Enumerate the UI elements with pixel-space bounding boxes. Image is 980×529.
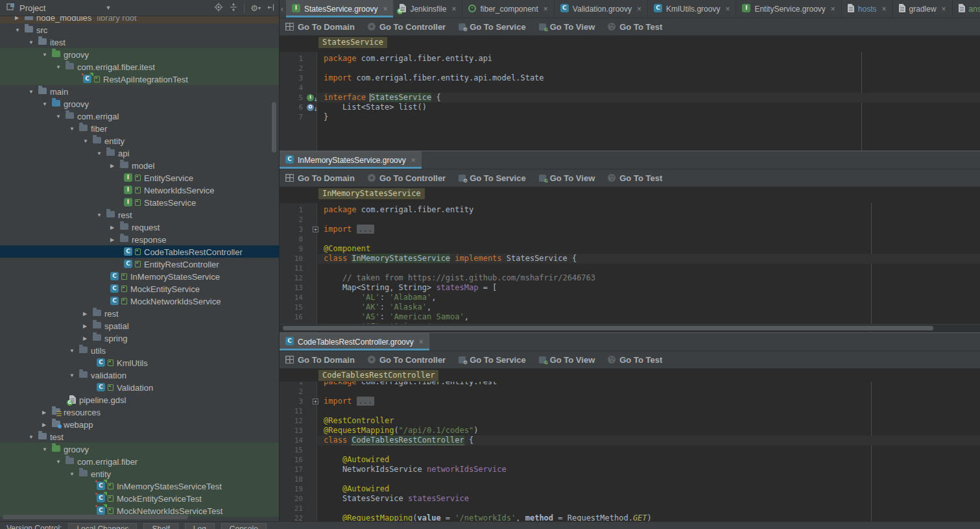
button-go-to-domain[interactable]: Go To Domain [285,355,355,365]
code-line[interactable]: import com.errigal.fiber.entity.api.mode… [324,73,980,83]
code-editor[interactable]: 1package com.errigal.fiber.entity.api23i… [280,36,980,151]
code-line[interactable]: package com.errigal.fiber.entity [324,205,980,215]
close-icon[interactable]: × [544,5,548,14]
code-line[interactable]: } [324,112,980,122]
button-go-to-test[interactable]: Go To Test [608,173,662,183]
code-line[interactable]: @RequestMapping(value = '/networkIds', m… [324,513,980,521]
code-line[interactable] [324,474,980,484]
close-icon[interactable]: × [419,338,424,347]
status-tab-shelf[interactable]: Shelf [143,523,178,529]
tree-row-rest[interactable]: ▶rest [0,307,279,319]
settings-gear-icon[interactable]: ⚙▾ [250,4,261,12]
chevron-expanded-icon[interactable]: ▼ [29,36,38,49]
code-line[interactable]: class CodeTablesRestController { [324,436,980,445]
code-line[interactable]: 'AK': 'Alaska', [324,302,980,312]
code-line[interactable]: import ... [324,397,980,406]
chevron-expanded-icon[interactable]: ▼ [29,431,38,443]
editor-tab-kmlutils-groovy[interactable]: CKmlUtils.groovy× [648,0,736,18]
fold-expand-icon[interactable]: + [313,227,318,232]
tab-overflow-chevron-icon[interactable]: ‹ [280,5,286,14]
button-go-to-test[interactable]: Go To Test [608,355,662,365]
button-go-to-test[interactable]: Go To Test [608,22,662,32]
tree-row-webapp[interactable]: ▶webapp [0,418,279,430]
chevron-collapsed-icon[interactable]: ▶ [83,320,93,332]
tree-row-rest[interactable]: ▼rest [0,208,279,221]
tree-row-request[interactable]: ▶request [0,221,279,233]
tree-row-entity[interactable]: ▼entity [0,467,279,480]
tree-row-validation[interactable]: CValidation [0,381,279,393]
tree-row-validation[interactable]: ▼validation [0,369,279,381]
editor-tab-entityservice-groovy[interactable]: IEntityService.groovy× [736,0,841,18]
tree-row-api[interactable]: ▼api [0,147,279,159]
code-line[interactable]: package com.errigal.fiber.entity.api [324,54,980,64]
status-tab-console[interactable]: Console [221,523,267,529]
close-icon[interactable]: × [383,5,387,14]
button-go-to-controller[interactable]: Go To Controller [368,355,446,365]
tree-row-src[interactable]: ▼src [0,23,279,36]
chevron-expanded-icon[interactable]: ▼ [56,110,66,123]
scrollbar-thumb[interactable] [283,326,933,330]
status-tab-log[interactable]: Log [185,523,215,529]
editor-tab-validation-groovy[interactable]: CValidation.groovy× [555,0,648,18]
close-icon[interactable]: × [882,5,887,14]
code-line[interactable]: // taken from https://gist.github.com/ms… [324,273,980,283]
button-go-to-service[interactable]: Go To Service [459,173,525,183]
chevron-collapsed-icon[interactable]: ▶ [42,406,52,419]
breadcrumb-element[interactable]: StatesService [318,37,387,48]
editor-tab-fiber-component[interactable]: fiber_component× [462,0,554,18]
code-line[interactable] [324,504,980,513]
code-line[interactable] [324,406,980,416]
tree-row-groovy[interactable]: ▼groovy [0,48,279,60]
close-icon[interactable]: × [831,5,835,14]
tree-row-groovy[interactable]: ▼groovy [0,443,279,455]
scrollbar-thumb[interactable] [3,515,188,519]
editor-tab-gradlew[interactable]: gradlew× [893,0,953,18]
chevron-expanded-icon[interactable]: ▼ [69,468,79,480]
tree-row-inmemorystatesservice[interactable]: CInMemoryStatesService [0,270,279,282]
fold-expand-icon[interactable]: + [313,399,318,404]
button-go-to-domain[interactable]: Go To Domain [285,173,355,183]
code-line[interactable]: StatesService statesService [324,494,980,504]
code-line[interactable] [324,215,980,225]
tree-row-codetablesrestcontroller[interactable]: CCodeTablesRestController [0,245,279,258]
tree-row-entity[interactable]: ▼entity [0,134,279,147]
code-editor[interactable]: 1package com.errigal.fiber.entity.rest23… [280,369,980,521]
tree-row-com-errigal-fiber-itest[interactable]: ▼com.errigal.fiber.itest [0,60,279,73]
tree-row-inmemorystatesservicetest[interactable]: CInMemoryStatesServiceTest [0,480,279,492]
chevron-expanded-icon[interactable]: ▼ [97,209,106,221]
chevron-collapsed-icon[interactable]: ▶ [110,234,120,246]
tree-row-itest[interactable]: ▼itest [0,36,279,48]
code-line[interactable]: @Autowired [324,455,980,465]
code-line[interactable]: 'AS': 'American Samoa', [324,312,980,322]
editor-tab-ansible[interactable]: ansible× [953,0,980,18]
tree-row-entityservice[interactable]: IEntityService [0,171,279,184]
chevron-expanded-icon[interactable]: ▼ [42,49,52,61]
tree-row-resources[interactable]: ▶resources [0,406,279,418]
code-line[interactable] [324,387,980,397]
chevron-expanded-icon[interactable]: ▼ [97,147,106,160]
tree-row-spatial[interactable]: ▶spatial [0,319,279,332]
button-go-to-controller[interactable]: Go To Controller [368,22,446,32]
button-go-to-service[interactable]: Go To Service [459,22,525,32]
editor-horizontal-scrollbar[interactable] [280,324,980,332]
code-line[interactable] [324,234,980,244]
code-line[interactable]: @Autowired [324,484,980,494]
tree-row-mockentityservicetest[interactable]: CMockEntityServiceTest [0,492,279,504]
chevron-collapsed-icon[interactable]: ▶ [110,160,120,172]
code-line[interactable]: NetworkIdsService networkIdsService [324,465,980,474]
close-icon[interactable]: × [451,5,456,14]
button-go-to-view[interactable]: Go To View [539,355,595,365]
editor-tab-inmemorystatesservice-groovy[interactable]: CInMemoryStatesService.groovy× [280,151,422,169]
implemented-gutter-icon[interactable]: I [307,94,314,101]
tree-row-mockentityservice[interactable]: CMockEntityService [0,282,279,295]
code-line[interactable] [324,445,980,455]
chevron-collapsed-icon[interactable]: ▶ [83,332,93,345]
chevron-expanded-icon[interactable]: ▼ [69,123,79,135]
tree-row-restapiintegrationtest[interactable]: CRestApiIntegrationTest [0,73,279,85]
code-line[interactable]: @Component [324,244,980,254]
status-tab-local-changes[interactable]: Local Changes [68,523,137,529]
locate-icon[interactable] [214,3,223,14]
chevron-expanded-icon[interactable]: ▼ [29,86,38,98]
close-icon[interactable]: × [411,156,416,165]
overridden-gutter-icon[interactable]: O [307,104,314,111]
